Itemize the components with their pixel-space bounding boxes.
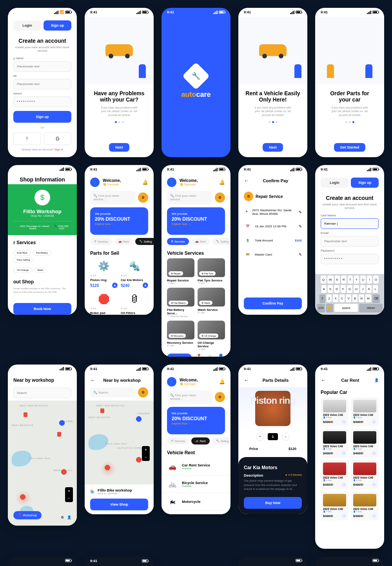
service-card[interactable]: ⚙ RecoveryRecovery Service⏱ 24/7 [167,321,194,350]
car-card[interactable]: 2023 Volvo C40👤 4 Seat$400/D→ [321,397,348,426]
signup-tab[interactable]: Sign up [351,178,379,188]
promo-banner[interactable]: We provide 20% DISCOUNT Explore Now → [90,207,148,235]
password-input[interactable] [321,254,379,264]
chip[interactable]: hicle Rent [13,250,31,256]
filter-button[interactable]: ⚙ [138,387,148,397]
chip[interactable]: Parts Selling [13,257,34,263]
pin-icon[interactable] [104,465,111,473]
qty-minus-button[interactable]: − [282,433,290,441]
avatar[interactable]: 👤 [167,178,176,187]
tab-services[interactable]: ⚙ Services [167,238,189,245]
nav-profile-icon[interactable]: 👤 [217,354,225,357]
car-card[interactable]: 2023 Volvo C40👤 4 Seat$400/D→ [321,460,348,489]
back-button[interactable]: ← [321,377,326,383]
filter-button[interactable]: ⚙ [215,192,225,203]
nav-icon[interactable]: 👤 [67,515,71,519]
lastname-input[interactable] [321,218,379,229]
service-card[interactable]: ⚙ RepairRepair Service⏱ 24/7 [167,258,194,285]
tab-selling[interactable]: 🔧 Selling [212,238,230,245]
notification-icon[interactable]: 🔔 [219,379,225,385]
notification-icon[interactable]: 🔔 [219,180,225,185]
buy-now-button[interactable]: Buy Now [244,497,302,509]
qty-plus-button[interactable]: + [256,433,264,441]
password-input[interactable] [13,96,71,107]
car-card[interactable]: 2023 Volvo C40👤 4 Seat$400/D→ [351,460,379,489]
google-button[interactable]: G [44,132,71,145]
car-card[interactable]: 2023 Volvo C40👤 4 Seat$400/D→ [351,492,379,521]
next-button[interactable]: Next [263,143,283,152]
gas-pin-icon[interactable] [24,412,27,417]
map[interactable]: WEST NEW BRIGHTON WEST BRIGHTON LINNAREE… [85,401,154,484]
pin-icon[interactable] [136,416,142,424]
search-input[interactable] [13,388,71,398]
filter-button[interactable]: ⚙ [138,192,148,203]
service-card[interactable]: ⚙ Flat BatteryFlat Battery Servi…⏱ 24 ho… [167,288,194,317]
car-card[interactable]: 2023 Volvo C40👤 4 Seat$400/D→ [321,492,348,521]
signup-tab[interactable]: Sign up [44,20,71,31]
back-button[interactable]: ← [90,377,96,383]
edit-icon[interactable]: ✎ [299,210,302,214]
filter-button[interactable]: ⚙ [215,392,225,402]
edit-icon[interactable]: ✎ [299,224,302,229]
email-input[interactable] [321,236,379,247]
nav-home[interactable]: 🏠 Home [167,354,192,357]
tab-rent[interactable]: 🚗 Rent [191,437,210,444]
tab-rent[interactable]: 🚗 Rent [114,238,133,245]
avatar[interactable]: 👤 [167,377,176,386]
tab-selling[interactable]: 🔧 Selling [212,437,230,444]
service-card[interactable]: ⚙ Flat TyreFlat Tyre Service⏱ 24/7 [198,258,225,285]
part-card[interactable]: 🛢4.9Oil Filters$240+ [121,291,148,314]
part-card[interactable]: 🛑4.9Brake pad$120+ [90,291,118,314]
back-button[interactable]: ← [244,377,249,383]
back-button[interactable]: ← [244,178,249,184]
view-shop-button[interactable]: View Shop [90,499,148,510]
service-card[interactable]: ⚙ WashWash Service⏱ 24/7 [198,288,225,317]
chip[interactable]: Flat Battery [33,250,52,256]
rent-item[interactable]: 🚗Car Rent ServiceAvailable → [162,458,230,475]
search-input[interactable]: 🔍 Find your need service… [90,191,136,204]
tab-services[interactable]: ⚙ Services [90,238,112,245]
nav-settings-icon[interactable]: ⚙ [206,354,214,357]
nav-location-icon[interactable]: 📍 [195,354,203,357]
email-input[interactable] [13,79,71,89]
pin-icon[interactable] [20,494,26,502]
login-tab[interactable]: Login [13,20,41,31]
car-card[interactable]: 2023 Volvo C40👤 4 Seat$400/D→ [351,429,379,458]
car-card[interactable]: 2023 Volvo C40👤 4 Seat$400/D→ [351,397,379,426]
promo-banner[interactable]: We provide 20% DISCOUNT Explore Now → [167,407,225,434]
car-card[interactable]: 2023 Volvo C40👤 4 Seat$400/D→ [321,429,348,458]
edit-icon[interactable]: ✎ [299,252,302,257]
promo-banner[interactable]: We provide 20% DISCOUNT Explore Now → [167,207,225,235]
rent-item[interactable]: 🏍Motorcycle [162,493,230,511]
pin-icon[interactable] [61,469,67,477]
search-input[interactable]: 🔍 Find your need service… [167,191,212,204]
service-card[interactable]: ⚙ Oil ChangeOil Change Service⏱ 24/7 [198,321,225,350]
signup-button[interactable]: Sign up [13,111,71,123]
zoom-control[interactable]: +− [142,446,150,461]
next-button[interactable]: Next [109,143,129,152]
nav-icon[interactable]: ⚙ [61,515,64,519]
name-input[interactable] [13,61,71,72]
avatar[interactable]: 👤 [374,378,379,382]
gas-pin-icon[interactable] [100,408,104,413]
gas-pin-icon[interactable] [57,432,61,437]
avatar[interactable]: 👤 [90,178,100,187]
zoom-control[interactable]: +− [65,487,73,502]
part-card[interactable]: ⚙️4.9Piston ring$120+ [90,258,118,288]
keyboard[interactable]: QWERTYUIO ASDFGHJKL ⇧ZXCVBNM⌫ 123😊spacer… [315,274,384,315]
chip[interactable]: Wash [34,267,47,273]
workshop-button[interactable]: 📍 Workshop [13,511,42,519]
part-card[interactable]: 🔩4.9Car Kia Motors$240+ [121,258,148,288]
confirm-pay-button[interactable]: Confirm Pay [244,298,302,309]
tab-services[interactable]: ⚙ Services [167,437,189,444]
pin-icon[interactable] [59,420,65,428]
map[interactable]: WEST NEW BRIGHTON WEST BRIGHTON LINNAREE… [8,401,77,526]
signin-link[interactable]: Sign In [54,148,63,151]
notification-icon[interactable]: 🔔 [142,180,148,185]
tab-selling[interactable]: 🔧 Selling [135,238,154,245]
book-now-button[interactable]: Book Now [13,303,71,315]
search-input[interactable]: 🔍 Search [90,388,136,397]
get-started-button[interactable]: Get Started [334,143,366,152]
pin-icon[interactable] [136,457,142,465]
chip[interactable]: Oil Change [13,267,32,273]
